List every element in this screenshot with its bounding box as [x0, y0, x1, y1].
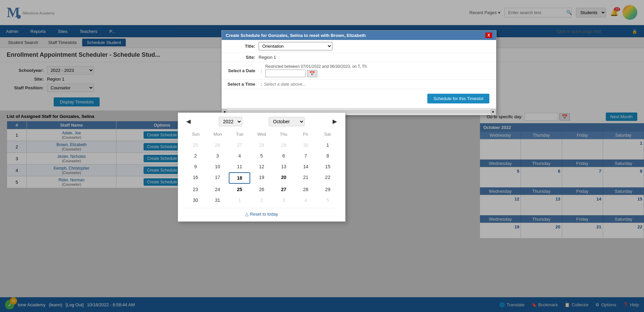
day-cell[interactable]: 8 — [317, 151, 338, 161]
day-cell[interactable]: 21 — [295, 172, 317, 184]
day-cell[interactable]: 25 — [229, 184, 250, 194]
year-select[interactable]: 20202021202220232024 — [219, 117, 242, 126]
day-cell[interactable]: 26 — [207, 140, 228, 150]
date-colon: : — [259, 68, 262, 73]
schedule-btn-row: Schedule for this Timeslot — [222, 89, 496, 108]
flag-icon: △ — [245, 212, 249, 217]
time-row: Select a Time : Select a date above... — [222, 80, 496, 89]
day-cell[interactable]: 1 — [317, 140, 338, 150]
day-cell[interactable]: 31 — [207, 195, 228, 205]
day-cell[interactable]: 23 — [185, 184, 206, 194]
day-cell[interactable]: 10 — [207, 162, 228, 172]
day-cell[interactable]: 11 — [229, 162, 250, 172]
title-field-label: Title: — [225, 44, 259, 49]
month-select[interactable]: JanuaryFebruaryMarchAprilMayJuneJulyAugu… — [269, 117, 305, 126]
day-cell[interactable]: 19 — [251, 172, 272, 184]
time-field-label: Select a Time — [225, 82, 259, 87]
dialog-body: Title: Orientation Site: Region 1 Select… — [222, 40, 496, 108]
date-input[interactable] — [265, 70, 306, 77]
day-cell[interactable]: 29 — [317, 184, 338, 194]
day-cell[interactable]: 28 — [251, 140, 272, 150]
datepicker-header: ◄ 20202021202220232024 JanuaryFebruaryMa… — [178, 113, 345, 130]
site-row-dialog: Site: Region 1 — [222, 53, 496, 62]
day-cell[interactable]: 29 — [273, 140, 294, 150]
day-cell[interactable]: 6 — [273, 151, 294, 161]
datepicker-popup: ◄ 20202021202220232024 JanuaryFebruaryMa… — [178, 113, 345, 222]
schedule-timeslot-button[interactable]: Schedule for this Timeslot — [427, 94, 489, 103]
day-cell[interactable]: 12 — [251, 162, 272, 172]
day-cell[interactable]: 30 — [295, 140, 317, 150]
day-cell[interactable]: 2 — [185, 151, 206, 161]
day-cell[interactable]: 2 — [251, 195, 272, 205]
weekday-label: Wed — [251, 130, 272, 138]
weekday-label: Thu — [273, 130, 294, 138]
schedule-dialog: Create Schedule for Gonzales, Selina to … — [221, 30, 496, 115]
day-cell[interactable]: 7 — [295, 151, 317, 161]
prev-month-button[interactable]: ◄ — [185, 117, 192, 126]
day-cell[interactable]: 24 — [207, 184, 228, 194]
day-cell[interactable]: 16 — [185, 172, 206, 184]
day-cell[interactable]: 27 — [273, 184, 294, 194]
dialog-titlebar: Create Schedule for Gonzales, Selina to … — [222, 31, 496, 40]
date-field-label: Select a Date — [225, 68, 259, 73]
next-month-button[interactable]: ► — [331, 117, 338, 126]
title-select[interactable]: Orientation — [259, 42, 332, 50]
datepicker-weekdays: SunMonTueWedThuFriSat — [185, 130, 338, 138]
day-cell[interactable]: 27 — [229, 140, 250, 150]
site-field-label: Site: — [225, 55, 259, 60]
day-cell[interactable]: 18 — [229, 172, 250, 184]
day-cell[interactable]: 1 — [229, 195, 250, 205]
restriction-text: Restricted between 07/01/2022 and 06/30/… — [265, 64, 367, 69]
day-cell[interactable]: 30 — [185, 195, 206, 205]
date-calendar-button[interactable]: 📅 — [307, 70, 317, 77]
day-cell[interactable]: 22 — [317, 172, 338, 184]
day-cell[interactable]: 25 — [185, 140, 206, 150]
day-cell[interactable]: 9 — [185, 162, 206, 172]
day-cell[interactable]: 4 — [229, 151, 250, 161]
weekday-label: Tue — [229, 130, 251, 138]
title-row: Title: Orientation — [222, 40, 496, 53]
day-cell[interactable]: 15 — [317, 162, 338, 172]
dialog-close-button[interactable]: X — [485, 33, 492, 38]
weekday-label: Mon — [207, 130, 228, 138]
day-cell[interactable]: 17 — [207, 172, 228, 184]
day-cell[interactable]: 20 — [273, 172, 294, 184]
datepicker-grid: SunMonTueWedThuFriSat 252627282930123456… — [178, 130, 345, 205]
day-cell[interactable]: 3 — [207, 151, 228, 161]
datepicker-days: 2526272829301234567891011121314151617181… — [185, 140, 338, 205]
day-cell[interactable]: 5 — [251, 151, 272, 161]
reset-today-button[interactable]: △ Reset to today — [245, 212, 278, 217]
weekday-label: Sun — [185, 130, 207, 138]
day-cell[interactable]: 3 — [273, 195, 294, 205]
date-row: Select a Date : Restricted between 07/01… — [222, 62, 496, 80]
day-cell[interactable]: 5 — [317, 195, 338, 205]
site-field-value: Region 1 — [259, 55, 276, 60]
reset-area: △ Reset to today — [185, 208, 338, 218]
weekday-label: Fri — [294, 130, 316, 138]
day-cell[interactable]: 13 — [273, 162, 294, 172]
dialog-title: Create Schedule for Gonzales, Selina to … — [226, 33, 366, 38]
day-cell[interactable]: 28 — [295, 184, 317, 194]
weekday-label: Sat — [317, 130, 338, 138]
day-cell[interactable]: 26 — [251, 184, 272, 194]
scroll-right-button[interactable]: ► — [491, 109, 496, 115]
day-cell[interactable]: 4 — [295, 195, 317, 205]
time-placeholder-text: Select a date above... — [264, 82, 306, 87]
day-cell[interactable]: 14 — [295, 162, 317, 172]
